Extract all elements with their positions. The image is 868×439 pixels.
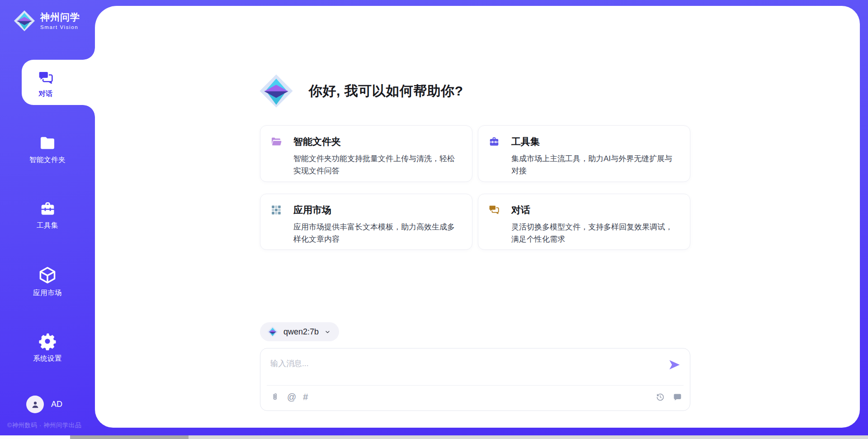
history-icon[interactable] <box>655 391 665 402</box>
gem-logo-icon <box>267 326 278 337</box>
main-content-panel: 你好, 我可以如何帮助你? 智能文件夹 智能文件夹功能支持批量文件上传与清洗，轻… <box>95 6 860 428</box>
card-header: 智能文件夹 <box>270 135 461 148</box>
card-description: 集成市场上主流工具，助力AI与外界无缝扩展与对接 <box>511 153 679 177</box>
chat-icon <box>488 204 500 216</box>
chevron-down-icon <box>324 329 331 335</box>
folder-icon <box>38 134 57 152</box>
card-header: 应用市场 <box>270 204 461 216</box>
sidebar-item-label: 工具集 <box>37 221 58 230</box>
folder-open-icon <box>270 136 282 148</box>
message-composer: @ # <box>260 348 690 411</box>
model-selector[interactable]: qwen2:7b <box>260 322 339 341</box>
card-title: 对话 <box>511 204 530 216</box>
tab-curve-bottom <box>83 105 95 117</box>
toolbox-icon <box>488 136 500 148</box>
horizontal-scrollbar <box>0 435 868 439</box>
sidebar-item-app-market[interactable]: 应用市场 <box>0 265 95 298</box>
sidebar-item-chat[interactable]: 对话 <box>22 60 95 105</box>
send-button[interactable] <box>668 358 681 371</box>
card-description: 应用市场提供丰富长文本模板，助力高效生成多样化文章内容 <box>293 221 461 245</box>
card-description: 智能文件夹功能支持批量文件上传与清洗，轻松实现文件问答 <box>293 153 461 177</box>
user-profile[interactable]: AD <box>26 396 62 413</box>
model-selector-value: qwen2:7b <box>283 327 319 337</box>
avatar <box>26 396 44 413</box>
sidebar-item-toolset[interactable]: 工具集 <box>0 200 95 230</box>
gear-icon <box>38 332 57 351</box>
card-title: 应用市场 <box>293 204 331 216</box>
tab-curve-top <box>83 48 95 60</box>
sidebar-item-label: 应用市场 <box>33 288 62 298</box>
app-window: 你好, 我可以如何帮助你? 智能文件夹 智能文件夹功能支持批量文件上传与清洗，轻… <box>0 0 868 439</box>
toolbox-icon <box>39 200 57 218</box>
copyright-text: ©神州数码 · 神州问学出品 <box>7 421 81 429</box>
scrollbar-thumb[interactable] <box>70 435 189 439</box>
card-title: 智能文件夹 <box>293 135 341 148</box>
composer-tools-right <box>655 391 683 402</box>
user-icon <box>30 400 40 410</box>
card-header: 对话 <box>488 204 679 216</box>
chat-icon <box>38 70 54 86</box>
card-title: 工具集 <box>511 135 540 148</box>
card-header: 工具集 <box>488 135 679 148</box>
brand-title: 神州问学 <box>40 12 80 22</box>
sidebar-item-label: 智能文件夹 <box>29 155 66 165</box>
brand-logo: 神州问学 Smart Vision <box>14 10 80 32</box>
card-chat[interactable]: 对话 灵活切换多模型文件，支持多样回复效果调试，满足个性化需求 <box>478 194 690 250</box>
cube-icon <box>38 265 57 285</box>
composer-tools-left: @ # <box>269 391 308 402</box>
gem-logo-icon <box>259 74 293 108</box>
hash-icon[interactable]: # <box>303 392 308 401</box>
card-smart-folder[interactable]: 智能文件夹 智能文件夹功能支持批量文件上传与清洗，轻松实现文件问答 <box>260 125 472 182</box>
greeting-title: 你好, 我可以如何帮助你? <box>309 82 463 100</box>
at-icon[interactable]: @ <box>287 392 296 401</box>
scrollbar-track[interactable] <box>70 435 868 439</box>
card-app-market[interactable]: 应用市场 应用市场提供丰富长文本模板，助力高效生成多样化文章内容 <box>260 194 472 250</box>
sidebar-item-settings[interactable]: 系统设置 <box>0 332 95 363</box>
card-toolset[interactable]: 工具集 集成市场上主流工具，助力AI与外界无缝扩展与对接 <box>478 125 690 182</box>
message-input[interactable] <box>269 354 658 373</box>
brand-subtitle: Smart Vision <box>40 24 80 30</box>
composer-divider <box>267 385 684 386</box>
paperclip-icon[interactable] <box>269 391 280 402</box>
card-description: 灵活切换多模型文件，支持多样回复效果调试，满足个性化需求 <box>511 221 679 245</box>
user-name: AD <box>51 400 62 409</box>
sidebar-item-smart-folder[interactable]: 智能文件夹 <box>0 134 95 165</box>
send-icon <box>668 358 681 371</box>
gem-logo-icon <box>14 10 35 32</box>
grid-icon <box>270 204 282 216</box>
sidebar-item-label: 系统设置 <box>33 354 62 363</box>
greeting-block: 你好, 我可以如何帮助你? <box>259 74 463 108</box>
chat-bubble-icon[interactable] <box>672 391 683 402</box>
sidebar-item-label: 对话 <box>39 89 53 99</box>
